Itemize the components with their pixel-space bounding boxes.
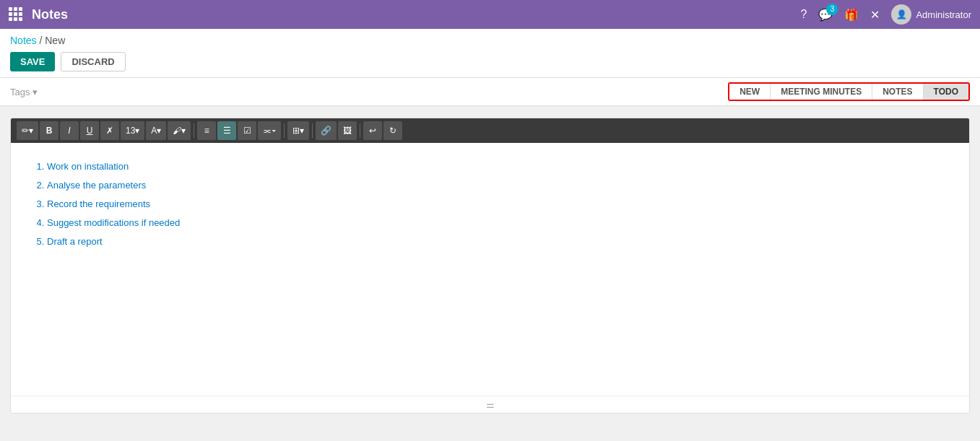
- grid-menu-icon[interactable]: [9, 7, 23, 22]
- toolbar-separator-2: [284, 123, 285, 138]
- breadcrumb-parent[interactable]: Notes: [10, 35, 37, 46]
- notification-badge: 3: [826, 4, 838, 15]
- editor-toolbar: ✏▾ B I U ✗ 13▾ A▾ 🖌▾ ≡ ☰ ☑ ⫘▾ ⊞▾ 🔗 🖼 ↩ ↻: [11, 118, 969, 143]
- clear-format-button[interactable]: ✗: [100, 121, 119, 140]
- avatar: 👤: [891, 4, 911, 25]
- topbar-right: ? 💬 3 🎁 ✕ 👤 Administrator: [801, 4, 971, 25]
- note-list: Work on installation Analyse the paramet…: [47, 157, 948, 251]
- underline-button[interactable]: U: [80, 121, 99, 140]
- toolbar-separator-1: [194, 123, 194, 138]
- tags-label: Tags: [10, 87, 30, 97]
- ordered-list-button[interactable]: ☰: [217, 121, 236, 140]
- tags-chevron-icon: ▾: [32, 87, 38, 97]
- resize-handle[interactable]: ⚌: [11, 396, 969, 413]
- close-icon[interactable]: ✕: [870, 8, 880, 22]
- checklist-button[interactable]: ☑: [238, 121, 256, 140]
- notifications-icon[interactable]: 💬 3: [818, 8, 833, 22]
- bold-button[interactable]: B: [40, 121, 58, 140]
- highlight-button[interactable]: 🖌▾: [168, 121, 191, 140]
- subheader: Notes / New SAVE DISCARD: [0, 29, 980, 78]
- image-button[interactable]: 🖼: [338, 121, 357, 140]
- filter-tabs: NEW MEETING MINUTES NOTES TODO: [728, 82, 970, 101]
- filter-tab-meeting-minutes[interactable]: MEETING MINUTES: [771, 84, 872, 100]
- font-color-button[interactable]: A▾: [146, 121, 166, 140]
- list-item: Record the requirements: [47, 195, 948, 214]
- alignment-button[interactable]: ⫘▾: [258, 121, 281, 140]
- breadcrumb-current: New: [45, 35, 65, 46]
- tags-dropdown[interactable]: Tags ▾: [10, 87, 728, 97]
- user-menu[interactable]: 👤 Administrator: [891, 4, 971, 25]
- pencil-button[interactable]: ✏▾: [17, 121, 38, 140]
- list-item: Analyse the parameters: [47, 176, 948, 195]
- action-bar: SAVE DISCARD: [10, 52, 970, 77]
- app-title: Notes: [32, 7, 801, 22]
- save-button[interactable]: SAVE: [10, 52, 55, 71]
- unordered-list-button[interactable]: ≡: [197, 121, 216, 140]
- main-content: ✏▾ B I U ✗ 13▾ A▾ 🖌▾ ≡ ☰ ☑ ⫘▾ ⊞▾ 🔗 🖼 ↩ ↻…: [0, 106, 980, 425]
- gift-icon[interactable]: 🎁: [844, 8, 859, 22]
- topbar: Notes ? 💬 3 🎁 ✕ 👤 Administrator: [0, 0, 980, 29]
- link-button[interactable]: 🔗: [316, 121, 337, 140]
- table-button[interactable]: ⊞▾: [287, 121, 309, 140]
- discard-button[interactable]: DISCARD: [61, 52, 125, 71]
- list-item: Suggest modifications if needed: [47, 214, 948, 232]
- filterbar: Tags ▾ NEW MEETING MINUTES NOTES TODO: [0, 78, 980, 106]
- italic-button[interactable]: I: [60, 121, 79, 140]
- resize-icon: ⚌: [486, 399, 495, 410]
- toolbar-separator-3: [312, 123, 313, 138]
- help-icon[interactable]: ?: [801, 8, 807, 21]
- toolbar-separator-4: [360, 123, 360, 138]
- breadcrumb: Notes / New: [10, 35, 970, 46]
- list-item: Work on installation: [47, 157, 948, 176]
- redo-button[interactable]: ↻: [383, 121, 402, 140]
- list-item: Draft a report: [47, 232, 948, 251]
- editor-card: ✏▾ B I U ✗ 13▾ A▾ 🖌▾ ≡ ☰ ☑ ⫘▾ ⊞▾ 🔗 🖼 ↩ ↻…: [10, 118, 970, 414]
- editor-body[interactable]: Work on installation Analyse the paramet…: [11, 143, 969, 396]
- filter-tab-todo[interactable]: TODO: [924, 84, 968, 100]
- font-size-button[interactable]: 13▾: [121, 121, 144, 140]
- username: Administrator: [916, 9, 971, 20]
- filter-tab-notes[interactable]: NOTES: [872, 84, 923, 100]
- undo-button[interactable]: ↩: [363, 121, 382, 140]
- filter-tab-new[interactable]: NEW: [729, 84, 771, 100]
